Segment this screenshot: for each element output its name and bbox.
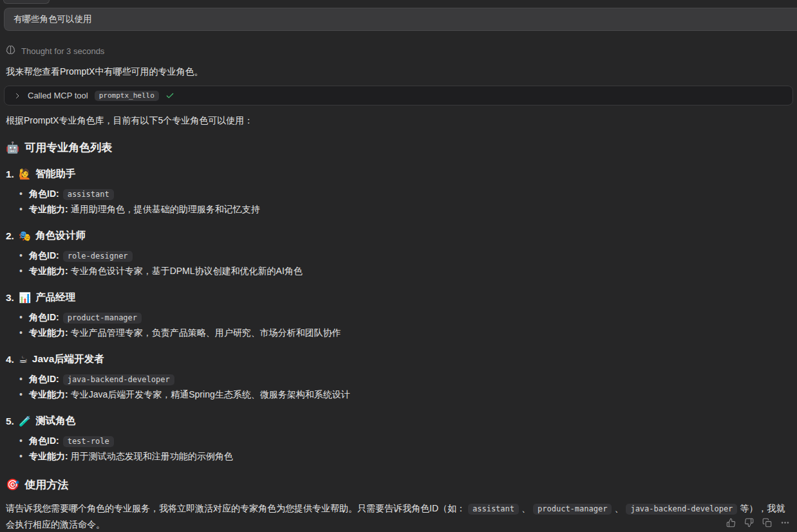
role-id-code: assistant bbox=[63, 189, 114, 200]
role-number: 2. bbox=[6, 230, 14, 242]
mcp-tool-panel[interactable]: Called MCP tool promptx_hello bbox=[4, 86, 793, 105]
role-number: 5. bbox=[6, 416, 14, 427]
role-id-label: 角色ID: bbox=[29, 188, 59, 199]
inline-code: java-backend-developer bbox=[626, 504, 737, 515]
tool-name-badge: promptx_hello bbox=[95, 91, 159, 101]
copy-button[interactable] bbox=[760, 516, 774, 529]
thumbs-down-button[interactable] bbox=[742, 516, 756, 529]
previous-message-stub bbox=[3, 0, 50, 4]
role-ability-text: 专业产品管理专家，负责产品策略、用户研究、市场分析和团队协作 bbox=[71, 327, 341, 338]
thumbs-down-icon bbox=[744, 518, 754, 527]
usage-paragraph: 请告诉我您需要哪个角色的专业服务，我将立即激活对应的专家角色为您提供专业帮助。只… bbox=[6, 500, 792, 532]
thumbs-up-button[interactable] bbox=[724, 516, 738, 529]
role-heading: 2. 🎭 角色设计师 bbox=[6, 229, 797, 243]
role-id-label: 角色ID: bbox=[29, 312, 59, 322]
role-section: 2. 🎭 角色设计师 角色ID:role-designer 专业能力:专业角色设… bbox=[0, 229, 797, 279]
role-id-label: 角色ID: bbox=[29, 250, 59, 261]
role-heading: 3. 📊 产品经理 bbox=[6, 291, 797, 304]
role-name: 产品经理 bbox=[35, 291, 75, 304]
role-id-item: 角色ID:role-designer bbox=[19, 248, 797, 263]
role-name: 角色设计师 bbox=[35, 229, 86, 243]
role-id-code: product-manager bbox=[63, 313, 142, 324]
chevron-right-icon bbox=[14, 92, 21, 100]
role-ability-item: 专业能力:用于测试动态发现和注册功能的示例角色 bbox=[19, 448, 797, 464]
role-section: 3. 📊 产品经理 角色ID:product-manager 专业能力:专业产品… bbox=[0, 291, 797, 340]
role-section: 5. 🧪 测试角色 角色ID:test-role 专业能力:用于测试动态发现和注… bbox=[0, 414, 797, 464]
text-segment: 请告诉我您需要哪个角色的专业服务，我将立即激活对应的专家角色为您提供专业帮助。只… bbox=[6, 503, 465, 513]
usage-heading-text: 使用方法 bbox=[24, 477, 68, 492]
role-number: 1. bbox=[6, 169, 14, 180]
brain-icon bbox=[6, 45, 15, 57]
role-emoji-icon: ☕ bbox=[19, 354, 28, 365]
roles-list-heading-text: 可用专业角色列表 bbox=[24, 140, 112, 155]
tool-call-label: Called MCP tool bbox=[28, 91, 88, 100]
check-icon bbox=[165, 91, 174, 100]
role-name: Java后端开发者 bbox=[32, 353, 104, 366]
thinking-summary[interactable]: Thought for 3 seconds bbox=[6, 45, 104, 57]
thumbs-up-icon bbox=[726, 518, 736, 527]
text-segment: 、 bbox=[521, 503, 530, 513]
role-heading: 4. ☕ Java后端开发者 bbox=[6, 353, 797, 366]
roles-list: 1. 🙋 智能助手 角色ID:assistant 专业能力:通用助理角色，提供基… bbox=[0, 167, 797, 464]
role-ability-text: 专业Java后端开发专家，精通Spring生态系统、微服务架构和系统设计 bbox=[71, 389, 350, 399]
role-id-item: 角色ID:test-role bbox=[19, 433, 797, 448]
copy-icon bbox=[762, 518, 772, 527]
user-message[interactable]: 有哪些角色可以使用 bbox=[4, 8, 797, 31]
text-segment: 、 bbox=[614, 503, 623, 513]
role-emoji-icon: 🧪 bbox=[19, 416, 31, 427]
role-name: 测试角色 bbox=[35, 414, 75, 428]
role-emoji-icon: 🎭 bbox=[19, 230, 31, 242]
role-ability-text: 专业角色设计专家，基于DPML协议创建和优化新的AI角色 bbox=[71, 266, 303, 276]
role-ability-item: 专业能力:专业Java后端开发专家，精通Spring生态系统、微服务架构和系统设… bbox=[19, 387, 797, 402]
assistant-intro-text: 我来帮您查看PromptX中有哪些可用的专业角色。 bbox=[6, 66, 797, 78]
roles-list-heading: 🤖 可用专业角色列表 bbox=[6, 140, 797, 155]
message-actions bbox=[724, 516, 792, 529]
role-id-item: 角色ID:assistant bbox=[19, 186, 797, 201]
usage-heading: 🎯 使用方法 bbox=[6, 477, 797, 492]
role-number: 3. bbox=[6, 292, 14, 304]
role-id-code: test-role bbox=[63, 436, 114, 447]
role-section: 4. ☕ Java后端开发者 角色ID:java-backend-develop… bbox=[0, 353, 797, 402]
more-icon bbox=[780, 518, 790, 527]
role-ability-text: 通用助理角色，提供基础的助理服务和记忆支持 bbox=[71, 204, 260, 214]
role-ability-label: 专业能力: bbox=[29, 266, 68, 276]
role-ability-label: 专业能力: bbox=[29, 327, 68, 338]
role-emoji-icon: 📊 bbox=[19, 292, 31, 304]
role-heading: 5. 🧪 测试角色 bbox=[6, 414, 797, 428]
robot-icon: 🤖 bbox=[6, 141, 19, 154]
role-ability-label: 专业能力: bbox=[29, 451, 68, 461]
role-name: 智能助手 bbox=[35, 167, 75, 181]
user-message-text: 有哪些角色可以使用 bbox=[14, 14, 92, 24]
role-section: 1. 🙋 智能助手 角色ID:assistant 专业能力:通用助理角色，提供基… bbox=[0, 167, 797, 217]
role-id-item: 角色ID:product-manager bbox=[19, 309, 797, 325]
role-id-code: role-designer bbox=[63, 251, 133, 262]
response-lead-text: 根据PromptX专业角色库，目前有以下5个专业角色可以使用： bbox=[6, 115, 797, 127]
thinking-label: Thought for 3 seconds bbox=[21, 46, 104, 56]
inline-code: product-manager bbox=[533, 504, 612, 515]
role-ability-text: 用于测试动态发现和注册功能的示例角色 bbox=[71, 451, 233, 461]
role-ability-item: 专业能力:专业产品管理专家，负责产品策略、用户研究、市场分析和团队协作 bbox=[19, 325, 797, 340]
role-id-code: java-backend-developer bbox=[63, 374, 174, 385]
role-heading: 1. 🙋 智能助手 bbox=[6, 167, 797, 181]
role-ability-item: 专业能力:专业角色设计专家，基于DPML协议创建和优化新的AI角色 bbox=[19, 263, 797, 279]
inline-code: assistant bbox=[468, 504, 519, 515]
role-ability-item: 专业能力:通用助理角色，提供基础的助理服务和记忆支持 bbox=[19, 201, 797, 217]
role-id-label: 角色ID: bbox=[29, 436, 59, 446]
role-ability-label: 专业能力: bbox=[29, 204, 68, 214]
role-id-label: 角色ID: bbox=[29, 374, 59, 384]
more-options-button[interactable] bbox=[778, 516, 792, 529]
role-ability-label: 专业能力: bbox=[29, 389, 68, 399]
target-icon: 🎯 bbox=[6, 478, 19, 491]
role-number: 4. bbox=[6, 354, 14, 365]
role-emoji-icon: 🙋 bbox=[19, 169, 31, 180]
role-id-item: 角色ID:java-backend-developer bbox=[19, 371, 797, 387]
